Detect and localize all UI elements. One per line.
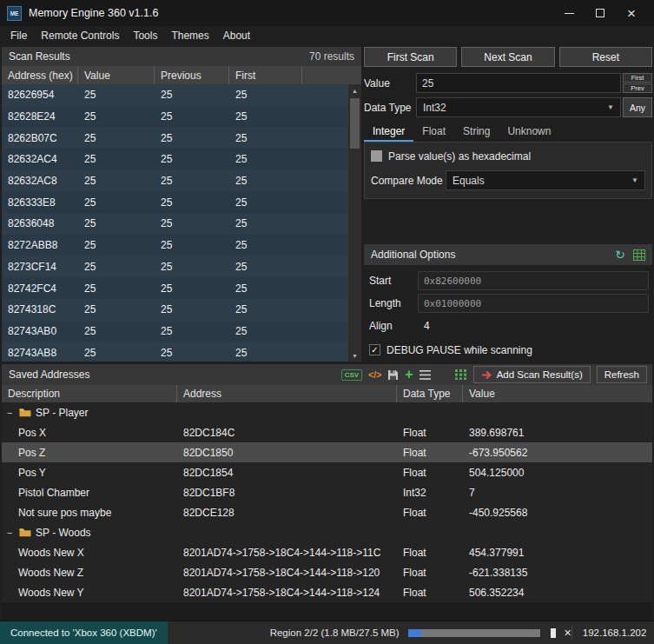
saved-group-row[interactable]: −SP - Woods [2, 522, 652, 542]
app-logo-icon: ME [7, 6, 22, 21]
scan-result-row[interactable]: 826333E8252525 [2, 191, 348, 213]
saved-address-row[interactable]: Pos Y82DC1854Float504.125000 [2, 462, 652, 482]
scan-cell-address: 82743AB0 [2, 321, 78, 342]
scrollbar-track[interactable] [348, 96, 361, 349]
scan-cell-first: 25 [229, 342, 302, 362]
saved-cell-value [463, 402, 652, 422]
add-scan-results-button[interactable]: Add Scan Result(s) [473, 366, 591, 383]
parse-hex-checkbox[interactable]: Parse value(s) as hexadecimal [371, 147, 645, 165]
add-scan-results-label: Add Scan Result(s) [497, 369, 583, 380]
scan-result-row[interactable]: 82632AC4252525 [2, 149, 348, 170]
refresh-range-icon[interactable]: ↻ [615, 249, 625, 261]
group-list-button[interactable] [419, 367, 431, 382]
scan-result-row[interactable]: 8273CF14252525 [2, 256, 348, 278]
saved-addresses-panel: Saved Addresses CSV </> + Add Scan Resul… [2, 364, 652, 621]
scrollbar-up-icon[interactable]: ▲ [348, 84, 361, 96]
compare-mode-value: Equals [453, 175, 485, 187]
collapse-icon[interactable]: − [7, 408, 15, 418]
export-code-button[interactable]: </> [368, 369, 381, 380]
close-button[interactable]: × [616, 3, 647, 23]
scan-cell-filler [302, 235, 348, 256]
scan-result-row[interactable]: 8272ABB8252525 [2, 235, 348, 256]
reset-button[interactable]: Reset [559, 47, 652, 67]
tab-string[interactable]: String [454, 123, 499, 142]
scan-result-row[interactable]: 82632AC8252525 [2, 170, 348, 192]
pause-icon[interactable] [551, 628, 556, 638]
first-scan-button[interactable]: First Scan [364, 47, 457, 67]
saved-address-row[interactable]: Not sure pos maybe82DCE128Float-450.9255… [2, 502, 652, 522]
saved-address-row[interactable]: Pos Z82DC1850Float-673.950562 [2, 442, 652, 462]
value-input[interactable] [416, 73, 621, 93]
menu-item-about[interactable]: About [216, 28, 257, 43]
saved-address-row[interactable]: Woods New Y8201AD74->1758->18C4->144->11… [2, 582, 652, 602]
saved-cell-description: Not sure pos maybe [2, 502, 177, 522]
prev-value-toggle[interactable]: Prev [623, 83, 652, 93]
add-entry-button[interactable]: + [405, 368, 413, 382]
compare-mode-label: Compare Mode [371, 175, 446, 187]
scrollbar-thumb[interactable] [350, 98, 360, 149]
saved-group-row[interactable]: −SP - Player [2, 402, 652, 422]
menu-item-file[interactable]: File [3, 28, 34, 43]
scan-result-row[interactable]: 8274318C252525 [2, 299, 348, 321]
any-type-button[interactable]: Any [623, 97, 652, 117]
saved-cell-address: 82DC1850 [177, 442, 397, 462]
collapse-icon[interactable]: − [7, 528, 15, 538]
tab-integer[interactable]: Integer [364, 123, 413, 142]
next-scan-button[interactable]: Next Scan [461, 47, 554, 67]
save-button[interactable] [387, 367, 399, 382]
menu-item-themes[interactable]: Themes [164, 28, 215, 43]
scan-column-header-first[interactable]: First [229, 66, 302, 84]
scan-column-header-address-hex[interactable]: Address (hex) [2, 66, 78, 84]
tab-float[interactable]: Float [413, 123, 454, 142]
scrollbar-down-icon[interactable]: ▼ [348, 349, 361, 362]
scan-results-scrollbar[interactable]: ▲ ▼ [348, 84, 361, 362]
scan-result-row[interactable]: 82742FC4252525 [2, 277, 348, 299]
scan-column-header-previous[interactable]: Previous [155, 66, 229, 84]
scan-cell-filler [302, 299, 348, 321]
saved-address-row[interactable]: Pistol Chamber82DC1BF8Int327 [2, 482, 652, 502]
saved-column-header-address[interactable]: Address [177, 385, 397, 402]
memory-grid-button[interactable] [455, 367, 467, 382]
first-value-toggle[interactable]: First [623, 73, 652, 83]
align-label: Align [369, 320, 418, 332]
scan-result-row[interactable]: 82743AB8252525 [2, 342, 348, 362]
scan-option-checkbox-debug-pause-while-scanning[interactable]: ✓DEBUG PAUSE while scanning [369, 341, 649, 359]
scan-result-row[interactable]: 82636048252525 [2, 213, 348, 235]
scan-result-row[interactable]: 8262B07C252525 [2, 127, 348, 149]
main-area: Scan Results 70 results Address (hex)Val… [0, 45, 654, 362]
scan-cell-previous: 25 [155, 127, 229, 149]
saved-address-row[interactable]: Woods New X8201AD74->1758->18C4->144->11… [2, 542, 652, 562]
scan-option-checkbox-scan-memory-pages[interactable]: ✓Scan Memory Pages [369, 361, 649, 362]
cancel-icon[interactable]: × [565, 627, 571, 639]
data-type-dropdown[interactable]: Int32 ▼ [416, 97, 621, 117]
scan-cell-value: 25 [78, 84, 155, 106]
start-input[interactable]: 0x82600000 [418, 271, 649, 290]
scan-column-header-value[interactable]: Value [78, 66, 155, 84]
scan-cell-first: 25 [229, 235, 302, 256]
length-input[interactable]: 0x01000000 [418, 294, 649, 313]
scan-result-row[interactable]: 82743AB0252525 [2, 321, 348, 342]
menu-item-remote-controls[interactable]: Remote Controls [34, 28, 126, 43]
scan-result-row[interactable]: 82626954252525 [2, 84, 348, 106]
maximize-button[interactable] [585, 3, 616, 23]
saved-cell-address: 82DC1854 [177, 462, 397, 482]
tab-unknown[interactable]: Unknown [499, 123, 559, 142]
memory-regions-icon[interactable] [633, 247, 645, 262]
saved-column-header-description[interactable]: Description [2, 385, 177, 402]
scan-cell-previous: 25 [155, 342, 229, 362]
saved-address-row[interactable]: Woods New Z8201AD74->1758->18C4->144->11… [2, 562, 652, 582]
chevron-down-icon: ▼ [607, 103, 614, 111]
saved-column-header-value[interactable]: Value [463, 385, 652, 402]
saved-address-row[interactable]: Pos X82DC184CFloat389.698761 [2, 422, 652, 442]
menu-item-tools[interactable]: Tools [126, 28, 164, 43]
scan-result-row[interactable]: 82628E24252525 [2, 106, 348, 128]
saved-column-header-data-type[interactable]: Data Type [397, 385, 463, 402]
compare-mode-dropdown[interactable]: Equals ▼ [446, 170, 645, 190]
saved-cell-value: 389.698761 [463, 422, 652, 442]
refresh-button[interactable]: Refresh [597, 366, 647, 383]
export-csv-button[interactable]: CSV [341, 369, 362, 381]
saved-cell-datatype: Float [397, 502, 463, 522]
scan-cell-previous: 25 [155, 321, 229, 342]
minimize-button[interactable] [553, 3, 585, 23]
align-input[interactable]: 4 [418, 320, 430, 332]
